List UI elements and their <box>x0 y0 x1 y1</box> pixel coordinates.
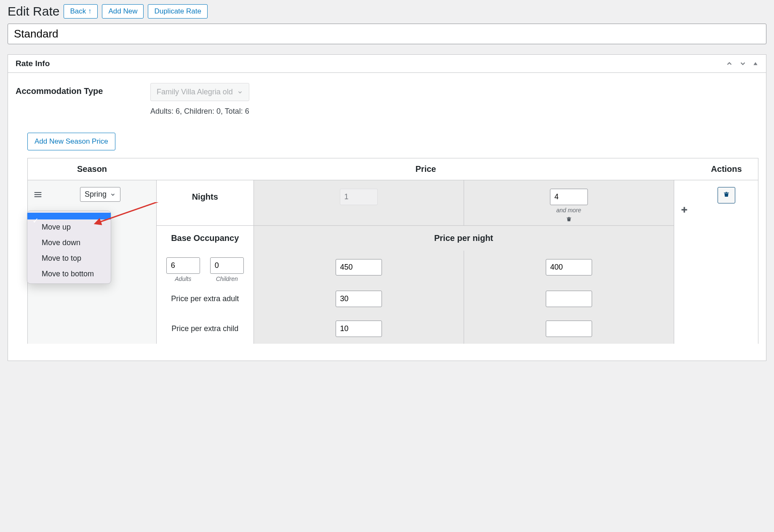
price-table: Season Price Actions <box>27 158 758 344</box>
price-base-col2-input[interactable] <box>546 259 592 275</box>
move-up-icon[interactable] <box>726 60 733 67</box>
page-header: Edit Rate Back ↑ Add New Duplicate Rate <box>8 4 766 19</box>
price-base-col1-input[interactable] <box>336 259 382 275</box>
price-table-head: Season Price Actions <box>28 158 758 180</box>
page-title: Edit Rate <box>8 4 59 19</box>
accommodation-type-value: Family Villa Alegria old <box>157 88 233 96</box>
price-extra-child-col1-input[interactable] <box>336 321 382 337</box>
price-cell: Nights and more <box>157 180 695 344</box>
nights-1-input <box>340 189 378 205</box>
toggle-panel-icon[interactable] <box>753 61 758 67</box>
chevron-down-icon <box>237 89 243 95</box>
extra-adult-label: Price per extra adult <box>157 284 254 314</box>
delete-column-icon[interactable] <box>468 216 670 224</box>
children-input[interactable] <box>210 257 244 274</box>
back-button[interactable]: Back ↑ <box>64 4 98 19</box>
adults-sublabel: Adults <box>166 275 200 282</box>
add-new-button[interactable]: Add New <box>102 4 144 19</box>
add-new-season-price-button[interactable]: Add New Season Price <box>27 133 115 150</box>
accommodation-type-select: Family Villa Alegria old <box>150 83 249 101</box>
delete-row-button[interactable] <box>718 187 735 203</box>
panel-title: Rate Info <box>16 59 50 68</box>
price-extra-adult-col2-input[interactable] <box>546 291 592 307</box>
price-per-night-label: Price per night <box>254 226 674 251</box>
panel-header-controls <box>726 60 758 67</box>
context-menu-item-move-up[interactable]: Move up <box>27 219 111 235</box>
accommodation-type-label: Accommodation Type <box>16 83 150 96</box>
price-extra-child-col2-input[interactable] <box>546 321 592 337</box>
trash-icon <box>723 191 730 198</box>
accommodation-capacity: Adults: 6, Children: 0, Total: 6 <box>150 107 249 116</box>
drag-handle-icon[interactable] <box>34 190 42 200</box>
context-menu-item-move-to-top[interactable]: Move to top <box>27 251 111 266</box>
season-column-header: Season <box>28 158 157 180</box>
reorder-context-menu: Move up Move down Move to top Move to bo… <box>27 211 111 284</box>
chevron-down-icon <box>110 192 116 198</box>
context-menu-item-selected[interactable] <box>27 213 111 219</box>
season-cell: Spring Move up Move down Move to top Mov… <box>28 180 157 344</box>
context-menu-item-move-to-bottom[interactable]: Move to bottom <box>27 266 111 282</box>
rate-name-input[interactable] <box>8 24 766 44</box>
nights-label: Nights <box>161 192 249 202</box>
move-down-icon[interactable] <box>739 60 747 67</box>
duplicate-rate-button[interactable]: Duplicate Rate <box>148 4 208 19</box>
price-table-row: Spring Move up Move down Move to top Mov… <box>28 180 758 344</box>
season-select-value: Spring <box>85 190 107 199</box>
children-sublabel: Children <box>210 275 244 282</box>
panel-header: Rate Info <box>8 55 766 73</box>
base-occupancy-label: Base Occupancy <box>157 226 254 251</box>
actions-column-header: Actions <box>695 158 758 180</box>
season-select[interactable]: Spring <box>80 187 120 202</box>
extra-child-label: Price per extra child <box>157 314 254 344</box>
price-extra-adult-col1-input[interactable] <box>336 291 382 307</box>
adults-input[interactable] <box>166 257 200 274</box>
context-menu-item-move-down[interactable]: Move down <box>27 235 111 251</box>
nights-2-input[interactable] <box>550 189 588 205</box>
rate-info-panel: Rate Info Accommodation Type Family Vill… <box>8 54 766 361</box>
svg-marker-0 <box>753 62 757 65</box>
add-column-icon[interactable] <box>680 204 689 217</box>
and-more-label: and more <box>468 207 670 214</box>
actions-cell <box>695 180 758 344</box>
price-column-header: Price <box>157 158 695 180</box>
accommodation-type-row: Accommodation Type Family Villa Alegria … <box>16 83 758 116</box>
